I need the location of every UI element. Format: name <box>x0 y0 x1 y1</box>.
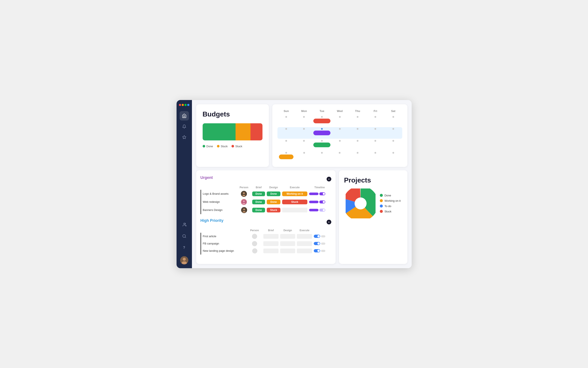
urgent-table: Person Brief Design Execute Timeline Log… <box>201 185 331 214</box>
calendar-grid: Sun Mon Tue Wed Thu Fri Sat <box>277 109 402 163</box>
logo-dot-green <box>184 104 187 106</box>
app-container: ? Budgets <box>176 100 412 268</box>
task-name-logo: Logo & Brand assets <box>201 190 237 198</box>
hp-toggle-secondary-1 <box>321 243 325 245</box>
task-brief-banners: Done <box>251 206 266 214</box>
hp-design-0 <box>279 233 296 240</box>
cell-3-5 <box>367 151 384 163</box>
legend-dot-proj-stuck <box>380 210 383 213</box>
hp-design-2 <box>279 247 296 255</box>
hp-brief-empty-1 <box>263 241 278 246</box>
logo-dot-blue <box>187 104 189 106</box>
task-avatar-web <box>237 198 251 206</box>
hp-execute-2 <box>296 247 313 255</box>
timeline-bar-banners <box>309 209 319 211</box>
urgent-title: Urgent <box>201 175 213 180</box>
cell-0-5 <box>367 115 384 127</box>
cell-1-3 <box>331 127 349 139</box>
sidebar-item-notifications[interactable] <box>180 122 189 131</box>
hp-toggle-0 <box>313 233 331 240</box>
budget-segment-stuck1 <box>236 123 250 140</box>
urgent-row-1: Web redesign Done Done Stuck <box>201 198 331 206</box>
high-priority-header: High Priority + <box>201 218 331 226</box>
day-mon: Mon <box>295 109 313 113</box>
toggle-banners[interactable] <box>319 209 325 212</box>
cell-0-2 <box>313 115 331 127</box>
legend-todo: To do <box>380 204 401 208</box>
hp-toggle-btn-2[interactable] <box>314 249 320 252</box>
hp-execute-empty-0 <box>297 234 312 239</box>
hp-avatar-0 <box>247 233 262 240</box>
legend-dot-proj-done <box>380 194 383 197</box>
timeline-bar-logo <box>309 193 319 195</box>
avatar[interactable] <box>180 256 188 264</box>
budgets-card: Budgets Done Stuck <box>196 104 269 167</box>
hp-th-person: Person <box>247 228 262 233</box>
urgent-add-button[interactable]: + <box>327 177 331 181</box>
top-row: Budgets Done Stuck <box>196 104 407 167</box>
svg-point-14 <box>243 209 245 210</box>
sidebar-item-home[interactable] <box>180 111 189 120</box>
cell-2-0 <box>277 139 295 151</box>
sidebar-item-favorites[interactable] <box>180 132 189 142</box>
cell-3-2 <box>313 151 331 163</box>
cell-3-4 <box>349 151 366 163</box>
hp-person-empty-0 <box>252 234 257 239</box>
legend-dot-done <box>203 145 205 147</box>
task-timeline-web <box>308 198 331 206</box>
cell-2-2 <box>313 139 331 151</box>
task-brief-web: Done <box>251 198 266 206</box>
budget-bar <box>203 123 262 140</box>
hp-avatar-1 <box>247 240 262 247</box>
logo-dot-orange <box>182 104 184 106</box>
cal-event-purple <box>313 130 331 135</box>
hp-avatar-2 <box>247 247 262 255</box>
hp-execute-1 <box>296 240 313 247</box>
cell-2-3 <box>331 139 349 151</box>
hp-toggle-secondary-2 <box>321 250 325 252</box>
high-priority-table: Person Brief Design Execute First articl… <box>201 228 331 255</box>
calendar-row-2 <box>277 139 402 151</box>
day-fri: Fri <box>367 109 384 113</box>
hp-task-name-1: FB campaign <box>201 240 247 247</box>
calendar-row-3 <box>277 151 402 163</box>
logo[interactable] <box>179 104 189 106</box>
hp-design-empty-1 <box>280 241 295 246</box>
pie-center <box>355 197 367 209</box>
legend-item-done: Done <box>203 145 213 148</box>
hp-th-execute: Execute <box>296 228 313 233</box>
logo-dot-red <box>179 104 181 106</box>
task-design-banners: Stuck <box>266 206 281 214</box>
hp-row-0: First article <box>201 233 331 240</box>
cal-event-green <box>313 143 331 147</box>
cell-2-5 <box>367 139 384 151</box>
cell-0-1 <box>295 115 313 127</box>
svg-point-11 <box>243 201 245 202</box>
hp-brief-0 <box>262 233 279 240</box>
hp-task-name-0: First article <box>201 233 247 240</box>
sidebar-item-help[interactable]: ? <box>180 243 189 252</box>
task-execute-banners-empty <box>282 208 308 212</box>
cell-1-4 <box>349 127 367 139</box>
toggle-logo[interactable] <box>319 192 325 195</box>
hp-row-1: FB campaign <box>201 240 331 247</box>
task-name-banners: Banners Design <box>201 206 237 214</box>
sidebar-item-search[interactable] <box>180 231 189 241</box>
urgent-row-0: Logo & Brand assets Done Done Working on… <box>201 190 331 198</box>
legend-stuck-proj: Stuck <box>380 210 401 213</box>
svg-point-8 <box>243 192 245 194</box>
hp-toggle-btn-1[interactable] <box>314 242 320 245</box>
avatar-banners <box>241 207 247 213</box>
hp-brief-2 <box>262 247 279 255</box>
svg-marker-0 <box>182 135 186 139</box>
toggle-web[interactable] <box>319 201 325 203</box>
legend-item-stuck2: Stuck <box>231 145 242 148</box>
sidebar-item-people[interactable] <box>180 220 189 229</box>
hp-task-name-2: New landing page design <box>201 247 247 255</box>
day-sun: Sun <box>277 109 295 113</box>
hp-toggle-btn-0[interactable] <box>314 235 320 238</box>
task-execute-logo: Working on it <box>281 190 308 198</box>
high-priority-add-button[interactable]: + <box>327 220 331 224</box>
hp-person-empty-1 <box>252 241 257 246</box>
calendar-header: Sun Mon Tue Wed Thu Fri Sat <box>277 109 402 113</box>
